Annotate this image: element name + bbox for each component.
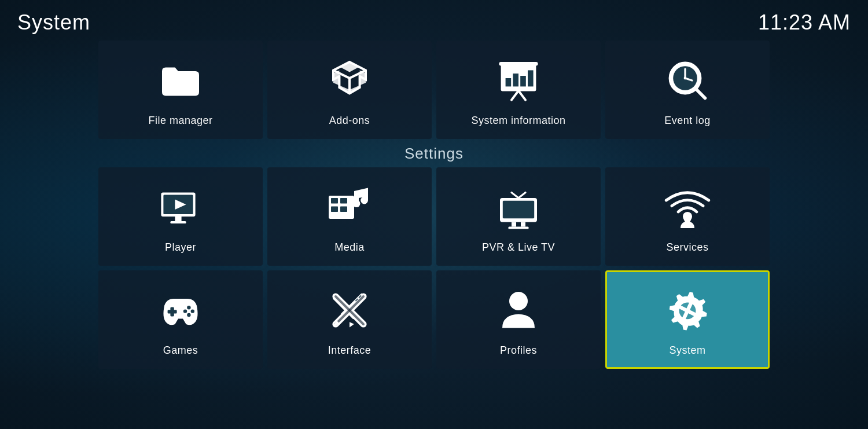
tile-event-log[interactable]: Event log [605, 41, 770, 139]
media-icon [323, 181, 376, 233]
tile-pvr-live-tv[interactable]: PVR & Live TV [436, 167, 601, 266]
interface-label: Interface [328, 344, 372, 357]
player-label: Player [165, 241, 196, 254]
svg-marker-44 [347, 321, 354, 328]
games-label: Games [163, 344, 198, 357]
svg-point-42 [191, 309, 194, 313]
svg-line-28 [518, 192, 525, 198]
svg-rect-33 [508, 226, 528, 229]
tile-profiles[interactable]: Profiles [436, 270, 601, 369]
file-manager-icon [155, 54, 207, 107]
event-log-label: Event log [664, 115, 711, 127]
player-icon [155, 181, 207, 233]
tile-player[interactable]: Player [98, 167, 263, 266]
profiles-label: Profiles [500, 344, 537, 357]
tile-games[interactable]: Games [98, 270, 263, 369]
interface-icon [323, 284, 376, 336]
tile-add-ons[interactable]: Add-ons [267, 41, 432, 139]
svg-rect-31 [512, 222, 516, 226]
pvr-live-tv-icon [492, 181, 545, 233]
bottom-tiles-row: Games [98, 270, 770, 369]
main-content: File manager Add-ons [0, 41, 868, 369]
svg-rect-32 [521, 222, 525, 226]
tile-system-information[interactable]: System information [436, 41, 601, 139]
svg-point-39 [187, 306, 190, 309]
svg-point-36 [683, 212, 692, 221]
svg-point-12 [684, 76, 687, 79]
svg-rect-23 [331, 206, 338, 212]
tile-system[interactable]: System [605, 270, 770, 369]
svg-rect-18 [175, 217, 181, 221]
page-title: System [17, 10, 90, 35]
svg-point-40 [187, 313, 190, 316]
svg-rect-19 [170, 221, 186, 223]
media-label: Media [334, 241, 365, 254]
svg-line-0 [512, 90, 518, 100]
services-label: Services [666, 241, 708, 254]
profiles-icon [492, 284, 545, 336]
svg-point-41 [183, 309, 187, 313]
clock: 11:23 AM [758, 10, 851, 35]
system-information-icon [492, 54, 545, 107]
top-tiles-row: File manager Add-ons [98, 41, 770, 139]
system-information-label: System information [471, 115, 565, 127]
event-log-icon [661, 54, 713, 107]
svg-point-25 [353, 200, 361, 207]
svg-rect-3 [506, 78, 512, 86]
svg-rect-6 [528, 70, 534, 86]
tile-media[interactable]: Media [267, 167, 432, 266]
system-label: System [669, 344, 705, 357]
add-ons-label: Add-ons [329, 115, 370, 127]
settings-section-label: Settings [98, 145, 770, 163]
svg-rect-7 [499, 62, 538, 65]
services-icon [661, 181, 713, 233]
file-manager-label: File manager [148, 115, 212, 127]
pvr-live-tv-label: PVR & Live TV [482, 241, 555, 254]
svg-rect-22 [340, 198, 347, 204]
add-ons-icon [323, 54, 376, 107]
svg-rect-21 [331, 198, 338, 204]
tile-interface[interactable]: Interface [267, 270, 432, 369]
svg-rect-30 [503, 200, 534, 218]
svg-line-1 [518, 90, 525, 100]
svg-line-27 [512, 192, 518, 198]
svg-point-26 [361, 196, 368, 204]
tile-services[interactable]: Services [605, 167, 770, 266]
games-icon [155, 284, 207, 336]
middle-tiles-row: Player Media [98, 167, 770, 266]
svg-rect-5 [520, 76, 526, 86]
svg-rect-4 [513, 74, 518, 86]
system-icon [661, 284, 713, 336]
app-header: System 11:23 AM [0, 0, 868, 41]
svg-line-14 [697, 90, 705, 98]
svg-point-53 [509, 292, 528, 310]
tile-file-manager[interactable]: File manager [98, 41, 263, 139]
svg-rect-24 [340, 206, 347, 212]
svg-rect-38 [168, 310, 177, 313]
